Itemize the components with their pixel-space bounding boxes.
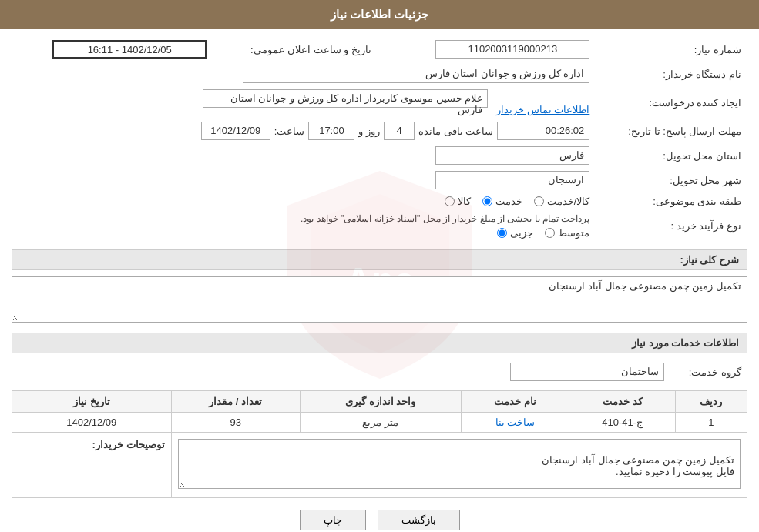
col-header-row: ردیف [675,391,747,413]
buttons-row: بازگشت چاپ [12,510,747,530]
page-title: جزئیات اطلاعات نیاز [331,8,428,21]
row-number: 1 [675,413,747,433]
creator-row: اطلاعات تماس خریدار غلام حسین موسوی کارب… [12,86,596,119]
purchase-type-row: پرداخت تمام یا بخشی از مبلغ خریدار از مح… [12,210,596,242]
announcement-value: 1402/12/05 - 16:11 [12,37,213,62]
creator-input: غلام حسین موسوی کاربرداز اداره کل ورزش و… [203,89,488,108]
buyer-desc-row: تکمیل زمین چمن مصنوعی جمال آباد ارسنجان … [12,433,747,498]
buyer-desc-container: تکمیل زمین چمن مصنوعی جمال آباد ارسنجان … [178,439,741,491]
province-label: استان محل تحویل: [596,143,747,168]
purchase-note: پرداخت تمام یا بخشی از مبلغ خریدار از مح… [18,213,589,224]
need-number-input: 1102003119000213 [435,40,589,59]
service-group-table: گروه خدمت: ساختمان [12,360,747,384]
row-qty: 93 [171,413,300,433]
print-button[interactable]: چاپ [300,510,366,530]
deadline-days-label: روز و [358,125,380,137]
buyer-org-label: نام دستگاه خریدار: [596,62,747,86]
announcement-label: تاریخ و ساعت اعلان عمومی: [213,37,395,62]
deadline-days-input: 4 [384,122,415,140]
table-row: 1 ج-41-410 ساخت بنا متر مربع 93 1402/12/… [12,413,747,433]
content-area: شماره نیاز: 1102003119000213 تاریخ و ساع… [0,29,759,532]
need-number-label: شماره نیاز: [596,37,747,62]
purchase-motavaset[interactable]: متوسط [545,227,589,239]
category-kala-khadamat-radio[interactable] [534,196,544,206]
need-desc-section-title: شرح کلی نیاز: [12,249,747,270]
deadline-date-input: 1402/12/09 [201,122,270,140]
category-khadamat-label: خدمت [495,196,522,207]
deadline-label: مهلت ارسال پاسخ: تا تاریخ: [596,119,747,143]
creator-label: ایجاد کننده درخواست: [596,86,747,119]
buyer-desc-textarea[interactable] [178,439,741,489]
province-input: فارس [435,146,589,165]
category-kala-khadamat-label: کالا/خدمت [547,196,590,207]
city-input: ارسنجان [435,171,589,189]
deadline-row: 00:26:02 ساعت باقی مانده 4 روز و 17:00 س… [12,119,596,143]
col-header-name: نام خدمت [461,391,569,413]
services-section-title: اطلاعات خدمات مورد نیاز [12,333,747,353]
category-khadamat[interactable]: خدمت [482,196,522,207]
row-date: 1402/12/09 [12,413,172,433]
category-label: طبقه بندی موضوعی: [596,192,747,210]
need-desc-area: تکمیل زمین چمن مصنوعی جمال آباد ارسنجان [12,276,747,325]
buyer-org-value: اداره کل ورزش و جوانان استان فارس [12,62,596,86]
page-header: جزئیات اطلاعات نیاز [0,0,759,29]
purchase-motavaset-label: متوسط [558,227,589,239]
category-kala-radio[interactable] [445,196,455,206]
deadline-time-label: ساعت: [274,125,305,137]
purchase-motavaset-radio[interactable] [545,228,555,238]
deadline-remain-label: ساعت باقی مانده [418,125,493,137]
city-label: شهر محل تحویل: [596,168,747,192]
info-table: شماره نیاز: 1102003119000213 تاریخ و ساع… [12,37,747,242]
col-header-date: تاریخ نیاز [12,391,172,413]
category-kala[interactable]: کالا [445,196,471,207]
creator-link[interactable]: اطلاعات تماس خریدار [496,104,589,115]
city-value: ارسنجان [12,168,596,192]
purchase-jozei-label: جزیی [510,227,533,239]
buyer-desc-cell: تکمیل زمین چمن مصنوعی جمال آباد ارسنجان … [171,433,747,498]
need-desc-textarea[interactable] [12,276,747,323]
row-service-name[interactable]: ساخت بنا [461,413,569,433]
service-group-input: ساختمان [510,363,664,381]
col-header-code: کد خدمت [569,391,675,413]
row-unit: متر مربع [300,413,461,433]
buyer-org-input: اداره کل ورزش و جوانان استان فارس [243,65,589,83]
service-group-value: ساختمان [12,360,670,384]
col-header-unit: واحد اندازه گیری [300,391,461,413]
purchase-type-label: نوع فرآیند خرید : [596,210,747,242]
province-value: فارس [12,143,596,168]
category-kala-label: کالا [458,196,471,207]
row-code: ج-41-410 [569,413,675,433]
services-data-table: ردیف کد خدمت نام خدمت واحد اندازه گیری ت… [12,390,747,498]
col-header-qty: تعداد / مقدار [171,391,300,413]
deadline-time-input: 17:00 [308,122,354,140]
deadline-remain-input: 00:26:02 [497,122,589,140]
buyer-desc-label: توصیحات خریدار: [12,433,172,498]
category-khadamat-radio[interactable] [482,196,492,206]
category-row: کالا/خدمت خدمت کالا [12,192,596,210]
purchase-jozei[interactable]: جزیی [497,227,533,239]
service-group-label: گروه خدمت: [670,360,747,384]
need-number-value: 1102003119000213 [395,37,596,62]
purchase-jozei-radio[interactable] [497,228,507,238]
back-button[interactable]: بازگشت [378,510,460,530]
category-kala-khadamat[interactable]: کالا/خدمت [534,196,590,207]
announcement-input: 1402/12/05 - 16:11 [52,40,207,59]
main-container: Ana جزئیات اطلاعات نیاز شماره نیاز: 1102… [0,0,759,532]
